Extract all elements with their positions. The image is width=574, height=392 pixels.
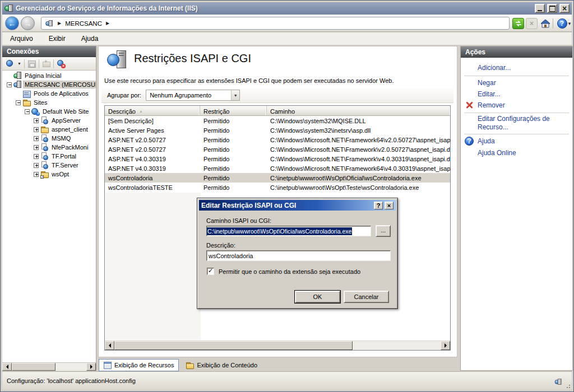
connections-toolbar: ▼ × (2, 57, 96, 71)
toolbar-separator (553, 18, 553, 29)
page-title: Restrições ISAPI e CGI (134, 52, 251, 65)
allow-execute-checkbox[interactable] (207, 268, 214, 275)
breadcrumb-arrow-icon[interactable]: ▶ (58, 21, 61, 26)
tree-item-nfepackmoni[interactable]: NfePackMoni (2, 143, 96, 152)
menu-ajuda[interactable]: Ajuda (81, 35, 99, 43)
tree-item-msmq[interactable]: MSMQ (2, 134, 96, 143)
expand-icon[interactable] (34, 172, 39, 177)
scroll-left-button[interactable] (2, 363, 12, 371)
action-deny[interactable]: Negar (478, 79, 496, 87)
breadcrumb-arrow-icon[interactable]: ▶ (106, 21, 109, 26)
action-help[interactable]: Ajuda (478, 137, 495, 145)
minimize-button[interactable] (535, 4, 545, 13)
tree-item-pools[interactable]: Pools de Aplicativos (2, 89, 96, 98)
help-button[interactable]: ? (556, 18, 568, 29)
server-icon (13, 81, 22, 89)
expand-icon[interactable] (34, 127, 39, 132)
tree-item-pagina-inicial[interactable]: Página Inicial (2, 71, 96, 80)
collapse-icon[interactable] (25, 109, 30, 114)
scrollbar-thumb[interactable] (12, 363, 55, 371)
group-by-bar: Agrupar por: Nenhum Agrupamento ▼ (101, 88, 453, 103)
connections-horizontal-scrollbar[interactable] (2, 362, 96, 371)
dropdown-caret-icon[interactable]: ▼ (231, 90, 239, 100)
ok-button[interactable]: OK (295, 291, 340, 303)
home-button[interactable] (539, 18, 551, 29)
isapi-cgi-feature-icon (107, 50, 127, 70)
resize-grip[interactable] (565, 383, 571, 389)
dialog-help-button[interactable]: ? (374, 202, 383, 209)
tree-item-wsopt[interactable]: ↗ wsOpt (2, 170, 96, 179)
cancel-button[interactable]: Cancelar (344, 291, 389, 303)
address-bar[interactable]: ▶ MERCSANC ▶ (41, 17, 510, 30)
action-remove[interactable]: Remover (478, 101, 505, 109)
expand-icon[interactable] (34, 154, 39, 159)
separator (464, 76, 569, 76)
table-row[interactable]: Active Server Pages Permitido C:\Windows… (105, 125, 450, 135)
collapse-icon[interactable] (16, 100, 21, 105)
tab-content-view[interactable]: Exibição de Conteúdo (181, 359, 262, 371)
shortcut-folder-icon: ↗ (40, 170, 49, 179)
expand-icon[interactable] (34, 136, 39, 141)
status-server-icon (555, 379, 562, 386)
tree-item-default-web-site[interactable]: ? Default Web Site (2, 107, 96, 116)
description-input[interactable] (206, 250, 391, 261)
disconnect-icon[interactable]: × (57, 59, 65, 68)
maximize-button[interactable] (547, 4, 557, 13)
expand-icon[interactable] (34, 118, 39, 123)
table-row[interactable]: [Sem Descrição] Permitido C:\Windows\sys… (105, 116, 450, 125)
dialog-close-button[interactable]: × (385, 202, 394, 209)
help-dropdown-caret-icon[interactable]: ▼ (567, 21, 572, 26)
tree-item-tf-server[interactable]: TF.Server (2, 161, 96, 170)
expand-icon[interactable] (34, 145, 39, 150)
scrollbar-thumb[interactable] (114, 341, 353, 350)
path-label: Caminho ISAPI ou CGI: (206, 217, 271, 224)
table-row[interactable]: ASP.NET v4.0.30319 Permitido C:\Windows\… (105, 154, 450, 164)
collapse-icon[interactable] (7, 82, 12, 87)
table-row[interactable]: ASP.NET v4.0.30319 Permitido C:\Windows\… (105, 164, 450, 173)
application-icon (40, 143, 49, 152)
menu-arquivo[interactable]: Arquivo (10, 35, 33, 43)
browse-button[interactable]: ... (376, 225, 391, 237)
table-row-selected[interactable]: wsControladoria Permitido C:\inetpub\www… (105, 173, 450, 183)
column-header-caminho[interactable]: Caminho (267, 106, 450, 115)
application-icon (40, 116, 49, 125)
close-button[interactable] (559, 4, 570, 13)
sort-ascending-icon: ▲ (139, 109, 143, 113)
view-tabs: Exibição de Recursos Exibição de Conteúd… (99, 359, 457, 371)
tree-item-tf-portal[interactable]: TF.Portal (2, 152, 96, 161)
page-description: Use este recurso para especificar as ext… (104, 77, 394, 84)
help-icon: ? (465, 137, 474, 146)
tab-features-view[interactable]: Exibição de Recursos (99, 359, 179, 371)
column-header-descricao[interactable]: Descrição ▲ (105, 106, 200, 115)
group-by-dropdown[interactable]: Nenhum Agrupamento ▼ (146, 90, 240, 101)
scroll-right-button[interactable] (441, 341, 450, 350)
web-site-icon: ? (31, 108, 40, 116)
table-row[interactable]: ASP.NET v2.0.50727 Permitido C:\Windows\… (105, 144, 450, 154)
action-help-online[interactable]: Ajuda Online (478, 149, 516, 157)
menu-exibir[interactable]: Exibir (49, 35, 66, 43)
table-row[interactable]: ASP.NET v2.0.50727 Permitido C:\Windows\… (105, 135, 450, 144)
path-input[interactable]: C:\inetpub\wwwroot\WsOpt\Oficial\wsContr… (206, 226, 371, 236)
tree-item-sites[interactable]: Sites (2, 98, 96, 107)
action-add[interactable]: Adicionar... (478, 64, 511, 72)
tree-item-mercsanc[interactable]: MERCSANC (MERCOSULS (2, 80, 96, 89)
table-row[interactable]: wsControladoriaTESTE Permitido C:\inetpu… (105, 183, 450, 192)
action-edit[interactable]: Editar... (478, 90, 501, 98)
refresh-button[interactable] (512, 18, 524, 29)
expand-icon[interactable] (34, 163, 39, 168)
connect-dropdown-caret-icon[interactable]: ▼ (17, 62, 21, 66)
tree-item-appserver[interactable]: AppServer (2, 116, 96, 125)
application-icon (40, 134, 49, 143)
scroll-right-button[interactable] (86, 363, 96, 371)
connect-server-icon[interactable] (6, 59, 14, 68)
list-horizontal-scrollbar[interactable] (105, 340, 450, 350)
column-header-restricao[interactable]: Restrição (200, 106, 267, 115)
action-edit-feature-settings[interactable]: Editar Configurações de Recurso... (478, 115, 567, 132)
tree-item-aspnet-client[interactable]: aspnet_client (2, 125, 96, 134)
actions-panel: Ações Adicionar... Negar Editar... Remov… (460, 46, 573, 371)
refresh-arrows-icon (515, 20, 522, 27)
forward-button[interactable]: → (21, 16, 35, 30)
back-button[interactable]: ← (5, 16, 19, 30)
breadcrumb-server[interactable]: MERCSANC (65, 20, 102, 27)
scroll-left-button[interactable] (105, 341, 114, 350)
